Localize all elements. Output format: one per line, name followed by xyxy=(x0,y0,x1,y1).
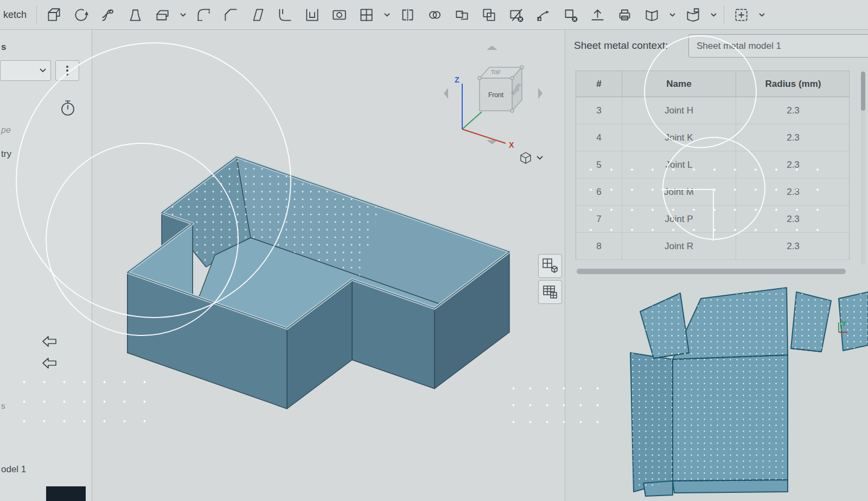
rollback-arrow-button[interactable] xyxy=(41,335,58,350)
row-number: 4 xyxy=(576,124,622,151)
table-row[interactable]: 6 Joint M 2.3 xyxy=(576,179,849,206)
hole-icon[interactable] xyxy=(329,4,349,25)
model-item-fragment[interactable]: odel 1 xyxy=(1,464,26,475)
part-face-back-inner-dots xyxy=(237,157,380,276)
row-number: 3 xyxy=(576,97,622,124)
part-face-floor[interactable] xyxy=(136,238,488,394)
table-row[interactable]: 5 Joint L 2.3 xyxy=(576,151,849,179)
rib-icon[interactable] xyxy=(275,4,295,25)
part-face-right-outer[interactable] xyxy=(435,252,509,389)
parts-item-fragment[interactable]: s xyxy=(1,401,5,410)
mirror-icon[interactable] xyxy=(397,4,418,25)
joint-name[interactable]: Joint L xyxy=(622,151,736,178)
sheet-metal-part[interactable] xyxy=(127,157,509,409)
joint-name[interactable]: Joint R xyxy=(622,233,736,259)
part-face-frontleft-outer[interactable] xyxy=(162,213,193,304)
row-number: 5 xyxy=(576,151,622,178)
joint-radius[interactable]: 2.3 xyxy=(736,206,850,232)
chevron-down-icon xyxy=(40,68,46,73)
view-cube[interactable]: Z Y X Top Front Right xyxy=(439,43,553,174)
joint-radius[interactable]: 2.3 xyxy=(736,233,850,259)
part-face-tab-right-outer[interactable] xyxy=(287,280,352,409)
delete-face-icon[interactable] xyxy=(560,4,580,25)
status-bar-fragment xyxy=(46,486,86,501)
table-row[interactable]: 7 Joint P 2.3 xyxy=(576,206,849,233)
part-face-front-right-outer[interactable] xyxy=(352,280,435,389)
joint-radius[interactable]: 2.3 xyxy=(736,151,850,178)
table-scrollbar-thumb[interactable] xyxy=(861,72,865,111)
flat-pattern-viewport[interactable]: Y xyxy=(618,280,868,501)
extrude-icon[interactable] xyxy=(43,4,64,25)
sheet-metal-model-icon[interactable] xyxy=(641,4,662,25)
part-rim-highlight xyxy=(127,157,509,328)
table-row[interactable]: 8 Joint R 2.3 xyxy=(576,233,849,260)
split-icon[interactable] xyxy=(506,4,526,25)
feature-filter-dropdown[interactable] xyxy=(0,60,51,81)
revolve-icon[interactable] xyxy=(71,4,91,25)
column-header-radius: Radius (mm) xyxy=(736,71,850,97)
sheet-metal-menu-chevron-icon[interactable] xyxy=(668,4,676,25)
circular-pattern-icon[interactable] xyxy=(424,4,445,25)
row-number: 7 xyxy=(576,206,622,232)
bend-table-button[interactable] xyxy=(538,280,562,304)
joint-name[interactable]: Joint P xyxy=(622,206,736,232)
column-header-name: Name xyxy=(622,71,736,97)
insert-new-icon[interactable] xyxy=(731,4,751,25)
panel-menu-button[interactable] xyxy=(55,60,79,81)
feature-tree-panel: s pe try s odel 1 xyxy=(0,30,92,501)
table-row[interactable]: 4 Joint K 2.3 xyxy=(576,124,849,151)
thicken-menu-chevron-icon[interactable] xyxy=(179,4,187,25)
loft-icon[interactable] xyxy=(125,4,145,25)
cad-workspace: Z Y X Top Front Right ketch xyxy=(0,0,868,501)
tab-sketch-partial[interactable]: ketch xyxy=(3,9,30,21)
part-face-left-inner[interactable] xyxy=(162,157,251,267)
insert-menu-chevron-icon[interactable] xyxy=(758,4,765,25)
boolean-icon[interactable] xyxy=(478,4,499,25)
context-dropdown[interactable]: Sheet metal model 1 xyxy=(688,34,868,58)
row-number: 6 xyxy=(576,179,622,205)
joint-radius[interactable]: 2.3 xyxy=(736,97,850,124)
left-arrow-icon xyxy=(41,335,58,348)
linear-pattern-icon[interactable] xyxy=(451,4,472,25)
remove-badge-icon xyxy=(518,16,523,22)
left-arrow-icon xyxy=(41,357,58,370)
draft-icon[interactable] xyxy=(247,4,268,25)
context-label: Sheet metal context: xyxy=(574,40,668,52)
fillet-icon[interactable] xyxy=(193,4,214,25)
sweep-icon[interactable] xyxy=(98,4,118,25)
flat-pattern-drawing xyxy=(630,288,868,496)
rollback-arrow-button[interactable] xyxy=(41,357,58,372)
projection-dropdown[interactable] xyxy=(521,153,542,163)
flat-pattern-view-button[interactable] xyxy=(538,254,562,278)
shell-icon[interactable] xyxy=(302,4,322,25)
stopwatch-icon xyxy=(60,99,76,117)
horizontal-scrollbar[interactable] xyxy=(577,269,846,274)
face-split-menu-chevron-icon[interactable] xyxy=(383,4,391,25)
part-face-tab-front-outer[interactable] xyxy=(127,272,287,409)
rollback-timer-button[interactable] xyxy=(60,99,76,119)
table-row[interactable]: 3 Joint H 2.3 xyxy=(576,97,849,124)
remove-badge-icon xyxy=(572,16,577,22)
chevron-down-icon xyxy=(537,156,542,159)
flat-pattern-icon[interactable] xyxy=(682,4,703,25)
view-cube-front-label[interactable]: Front xyxy=(488,91,504,99)
transform-icon[interactable] xyxy=(533,4,553,25)
joint-name[interactable]: Joint M xyxy=(622,179,736,205)
part-face-tab-left-outer[interactable] xyxy=(127,224,193,353)
joint-radius[interactable]: 2.3 xyxy=(736,179,850,205)
offset-surface-icon[interactable] xyxy=(614,4,635,25)
chamfer-icon[interactable] xyxy=(220,4,241,25)
features-heading-fragment: s xyxy=(1,42,6,53)
flat-pattern-menu-chevron-icon[interactable] xyxy=(710,4,717,25)
thicken-icon[interactable] xyxy=(152,4,173,25)
replace-face-icon[interactable] xyxy=(587,4,608,25)
joint-name[interactable]: Joint H xyxy=(622,97,736,124)
bend-table-header: # Name Radius (mm) xyxy=(576,71,849,97)
row-number: 8 xyxy=(576,233,622,259)
part-face-back-inner[interactable] xyxy=(237,157,509,321)
geometry-item-fragment[interactable]: try xyxy=(1,149,11,160)
joint-radius[interactable]: 2.3 xyxy=(736,124,850,151)
joint-name[interactable]: Joint K xyxy=(622,124,736,151)
part-face-left-inner-dots xyxy=(162,157,251,267)
face-split-icon[interactable] xyxy=(356,4,376,25)
